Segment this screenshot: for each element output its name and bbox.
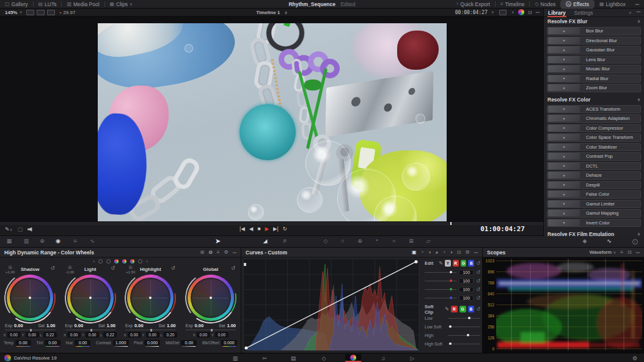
effect-item-despill[interactable]: ●Despill xyxy=(547,181,641,190)
color-wheel-control[interactable] xyxy=(67,275,114,321)
effect-item-gamut-mapping[interactable]: ●Gamut Mapping xyxy=(547,209,641,218)
exposure-value[interactable]: 0.00 xyxy=(14,323,23,328)
scope-settings-icon[interactable]: ≡ xyxy=(620,249,623,255)
gain-slider-y[interactable] xyxy=(425,272,456,273)
rgb-mixer-icon[interactable]: ≡ xyxy=(70,238,81,244)
effect-item-color-compressor[interactable]: ●Color Compressor xyxy=(547,124,641,133)
low-soft-slider[interactable] xyxy=(448,327,480,327)
gain-value-r[interactable]: 100 xyxy=(459,278,474,284)
contrast-control[interactable]: Contrast1.000 xyxy=(96,340,129,345)
y-value[interactable]: 0.00 xyxy=(26,332,39,338)
lightbox-button[interactable]: ▦ Lightbox xyxy=(595,0,631,9)
effect-item-dctl[interactable]: ●DCTL xyxy=(547,162,641,171)
page-cut-icon[interactable]: ✂ xyxy=(257,354,273,362)
media-pool-button[interactable]: ▥ Media Pool xyxy=(62,0,104,9)
reset-icon[interactable]: ↺ xyxy=(111,265,115,271)
black-offset-control[interactable]: Blk/Offset0.000 xyxy=(202,340,237,345)
scopes-toggle-icon[interactable]: ∿ xyxy=(604,238,615,244)
reset-icon[interactable]: ↺ xyxy=(171,265,175,271)
blur-palette-icon[interactable]: ≈ xyxy=(389,238,400,244)
quick-export-button[interactable]: ↑ Quick Export xyxy=(451,0,495,9)
go-to-start-button[interactable]: |◀ xyxy=(240,226,245,232)
exposure-slider[interactable] xyxy=(186,330,236,330)
effect-item-color-stabilizer[interactable]: ●Color Stabilizer xyxy=(547,143,641,152)
soft-clip-r-button[interactable]: R xyxy=(451,306,458,312)
timeline-view-button[interactable]: ≡ Timeline xyxy=(496,0,529,9)
curves-graph[interactable] xyxy=(243,259,419,351)
x-value[interactable]: 0.00 xyxy=(67,332,81,338)
viewer-more-icon[interactable]: ••• xyxy=(536,10,540,14)
mid-detail-control[interactable]: Mid/Det0.00 xyxy=(166,340,197,345)
tracker-icon[interactable]: ⊕ xyxy=(354,238,365,244)
scope-mode-select[interactable]: Waveform ∨ xyxy=(590,249,617,255)
reset-icon[interactable]: ↺ xyxy=(476,287,480,292)
wheel-page-dot-active[interactable] xyxy=(122,259,126,264)
wheel-page-dot-active[interactable] xyxy=(114,259,119,264)
clips-button[interactable]: ▦ Clips ∨ xyxy=(105,0,138,9)
reset-icon[interactable]: ↺ xyxy=(476,306,480,312)
gain-slider-g[interactable] xyxy=(425,289,456,290)
section-resolve-fx-color[interactable]: Resolve FX Color ∧ xyxy=(544,95,644,104)
effect-item-invert-color[interactable]: ●Invert Color xyxy=(547,219,641,227)
effect-item-box-blur[interactable]: ●Box Blur xyxy=(547,27,641,35)
wheels-more-icon[interactable]: ••• xyxy=(233,251,236,254)
channel-b-button[interactable]: B xyxy=(468,260,474,267)
stop-button[interactable]: ■ xyxy=(257,226,260,232)
wheel-cursor[interactable] xyxy=(89,297,92,299)
curves-more-icon[interactable]: ••• xyxy=(474,251,478,254)
effect-item-color-space-transform[interactable]: ●Color Space Transform xyxy=(547,133,641,142)
exposure-slider[interactable] xyxy=(5,330,56,330)
viewer-area[interactable] xyxy=(0,17,543,222)
channel-y-button[interactable]: Y xyxy=(445,260,451,267)
split-screen-view-icon[interactable] xyxy=(37,10,45,15)
effect-item-contrast-pop[interactable]: ●Contrast Pop xyxy=(547,152,641,161)
qualifier-icon[interactable]: ◇ xyxy=(320,238,331,244)
eyedropper-icon[interactable]: ✎ xyxy=(445,306,449,312)
saturation-value[interactable]: 1.00 xyxy=(167,323,176,328)
x-value[interactable]: 0.00 xyxy=(197,332,210,338)
gain-value-g[interactable]: 100 xyxy=(459,287,474,292)
curve-mode-icon[interactable]: ◑ xyxy=(428,249,431,255)
add-wheel-icon[interactable]: ⊞ xyxy=(200,249,204,255)
tab-library[interactable]: Library xyxy=(544,9,570,17)
effect-item-radial-blur[interactable]: ●Radial Blur xyxy=(547,75,641,83)
high-slider[interactable] xyxy=(448,335,480,336)
y-value[interactable]: 0.00 xyxy=(146,332,159,338)
wheel-range-icon[interactable]: ◎+1.50 xyxy=(126,265,135,274)
wheel-cursor[interactable] xyxy=(210,297,212,299)
bars-mode-icon[interactable]: ≡ xyxy=(217,249,220,255)
color-wheel-control[interactable] xyxy=(188,275,234,321)
expand-panel-icon[interactable]: ⊡ xyxy=(457,249,461,255)
magic-mask-icon[interactable]: * xyxy=(371,238,382,244)
expand-scope-icon[interactable]: ⊡ xyxy=(628,249,632,255)
gain-value-b[interactable]: 100 xyxy=(459,295,474,301)
keyframes-icon[interactable]: ◆ xyxy=(579,238,590,244)
single-clip-view-icon[interactable] xyxy=(26,10,34,15)
camera-raw-icon[interactable]: ▦ xyxy=(4,238,15,244)
gain-slider-r[interactable] xyxy=(425,281,456,281)
effect-item-chromatic-adaptation[interactable]: ●Chromatic Adaptation xyxy=(547,114,641,123)
curves-settings-icon[interactable]: ⚙ xyxy=(466,249,470,255)
l-value[interactable]: 0.22 xyxy=(43,332,57,338)
effect-item-gaussian-blur[interactable]: ●Gaussian Blur xyxy=(547,46,641,54)
pivot-control[interactable]: Pivot0.000 xyxy=(134,340,160,345)
reset-icon[interactable]: ↺ xyxy=(476,260,480,266)
page-color-icon[interactable] xyxy=(345,354,361,362)
y-value[interactable]: 0.00 xyxy=(86,332,99,338)
playhead[interactable] xyxy=(450,222,452,225)
wheel-page-dot[interactable] xyxy=(106,259,111,264)
effect-item-gamut-limiter[interactable]: ●Gamut Limiter xyxy=(547,200,641,209)
viewer-zoom-select[interactable]: 145% ∨ xyxy=(0,8,25,17)
curve-mode-icon[interactable]: ◔ xyxy=(442,249,445,255)
section-resolve-fx-film-emulation[interactable]: Resolve FX Film Emulation ∧ xyxy=(544,230,644,236)
soft-clip-g-button[interactable]: G xyxy=(459,306,466,312)
wheel-page-dot[interactable] xyxy=(138,259,142,264)
effect-item-false-color[interactable]: ●False Color xyxy=(547,190,641,199)
color-wheels-icon[interactable]: ⊕ xyxy=(37,238,48,244)
color-match-icon[interactable]: ▥ xyxy=(21,238,32,244)
reset-icon[interactable]: ↺ xyxy=(51,265,55,271)
temp-control[interactable]: Temp0.00 xyxy=(4,340,31,345)
high-soft-slider[interactable] xyxy=(448,344,480,344)
search-icon[interactable]: ⌕ xyxy=(629,10,631,16)
wheel-range-icon[interactable]: ◎-1.00 xyxy=(66,265,75,274)
